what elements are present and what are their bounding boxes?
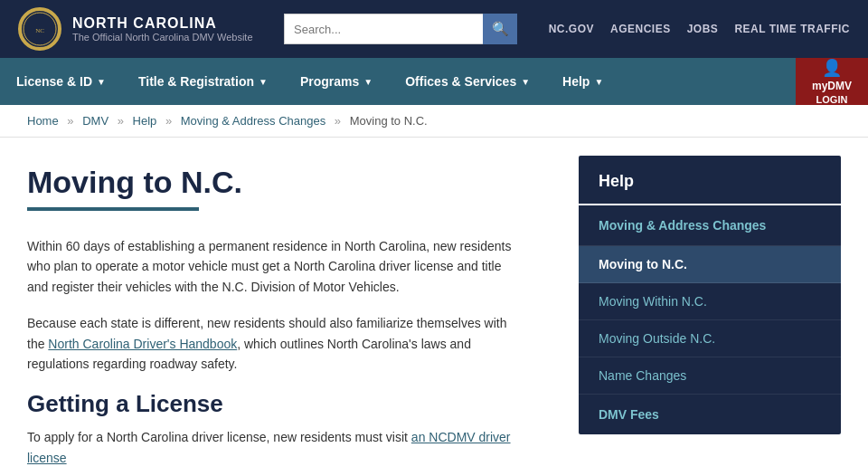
breadcrumb-sep: » xyxy=(335,114,341,128)
caret-icon: ▼ xyxy=(521,77,530,87)
section-title-license: Getting a License xyxy=(27,390,524,418)
sidebar-moving-within-link[interactable]: Moving Within N.C. xyxy=(579,283,841,320)
sidebar-card: Help Moving & Address Changes Moving to … xyxy=(579,156,841,434)
main-nav: License & ID ▼ Title & Registration ▼ Pr… xyxy=(0,58,868,105)
page-title: Moving to N.C. xyxy=(27,165,524,200)
breadcrumb-home[interactable]: Home xyxy=(27,114,59,128)
ncgov-link[interactable]: NC.GOV xyxy=(549,23,594,35)
sidebar: Help Moving & Address Changes Moving to … xyxy=(561,138,841,476)
top-links: NC.GOV AGENCIES JOBS REAL TIME TRAFFIC xyxy=(549,23,850,35)
para3-prefix: To apply for a North Carolina driver lic… xyxy=(27,430,411,444)
nav-items: License & ID ▼ Title & Registration ▼ Pr… xyxy=(0,58,796,105)
tagline: The Official North Carolina DMV Website xyxy=(72,32,253,43)
handbook-link[interactable]: North Carolina Driver's Handbook xyxy=(48,337,237,351)
nav-title-registration[interactable]: Title & Registration ▼ xyxy=(122,58,284,105)
top-bar: NC NORTH CAROLINA The Official North Car… xyxy=(0,0,868,58)
sidebar-dmv-fees-link[interactable]: DMV Fees xyxy=(579,395,841,434)
agencies-link[interactable]: AGENCIES xyxy=(610,23,671,35)
paragraph-2: Because each state is different, new res… xyxy=(27,313,524,374)
search-area: 🔍 xyxy=(284,14,517,44)
main-content: Moving to N.C. Within 60 days of establi… xyxy=(0,138,561,476)
breadcrumb-sep: » xyxy=(67,114,73,128)
breadcrumb-dmv[interactable]: DMV xyxy=(82,114,108,128)
nav-license-id[interactable]: License & ID ▼ xyxy=(0,58,122,105)
breadcrumb-help[interactable]: Help xyxy=(133,114,157,128)
caret-icon: ▼ xyxy=(97,77,106,87)
breadcrumb: Home » DMV » Help » Moving & Address Cha… xyxy=(0,105,868,138)
breadcrumb-sep: » xyxy=(165,114,172,128)
caret-icon: ▼ xyxy=(594,77,603,87)
user-icon: 👤 xyxy=(822,58,842,78)
page-layout: Moving to N.C. Within 60 days of establi… xyxy=(0,138,868,476)
svg-text:NC: NC xyxy=(35,27,44,34)
mydmv-login-button[interactable]: 👤 myDMV LOGIN xyxy=(796,58,868,105)
traffic-link[interactable]: REAL TIME TRAFFIC xyxy=(734,23,850,35)
sidebar-name-changes-link[interactable]: Name Changes xyxy=(579,357,841,395)
logo-text: NORTH CAROLINA The Official North Caroli… xyxy=(72,15,253,43)
jobs-link[interactable]: JOBS xyxy=(687,23,719,35)
caret-icon: ▼ xyxy=(363,77,373,87)
sidebar-header: Help xyxy=(579,156,841,205)
breadcrumb-moving[interactable]: Moving & Address Changes xyxy=(181,114,326,128)
search-input[interactable] xyxy=(284,14,483,44)
paragraph-1: Within 60 days of establishing a permane… xyxy=(27,236,524,297)
breadcrumb-sep: » xyxy=(118,114,124,128)
sidebar-moving-changes-link[interactable]: Moving & Address Changes xyxy=(579,205,841,246)
sidebar-moving-outside-link[interactable]: Moving Outside N.C. xyxy=(579,320,841,357)
paragraph-3: To apply for a North Carolina driver lic… xyxy=(27,427,524,468)
title-underline xyxy=(27,207,199,211)
sidebar-moving-nc-active[interactable]: Moving to N.C. xyxy=(579,246,841,283)
nav-programs[interactable]: Programs ▼ xyxy=(284,58,389,105)
sidebar-header-text: Help xyxy=(599,172,634,190)
search-button[interactable]: 🔍 xyxy=(483,14,517,44)
nav-offices-services[interactable]: Offices & Services ▼ xyxy=(389,58,546,105)
nc-seal: NC xyxy=(18,7,61,51)
logo-area: NC NORTH CAROLINA The Official North Car… xyxy=(18,7,253,51)
state-name: NORTH CAROLINA xyxy=(72,15,253,32)
breadcrumb-current: Moving to N.C. xyxy=(350,114,428,128)
caret-icon: ▼ xyxy=(259,77,268,87)
nav-help[interactable]: Help ▼ xyxy=(546,58,619,105)
